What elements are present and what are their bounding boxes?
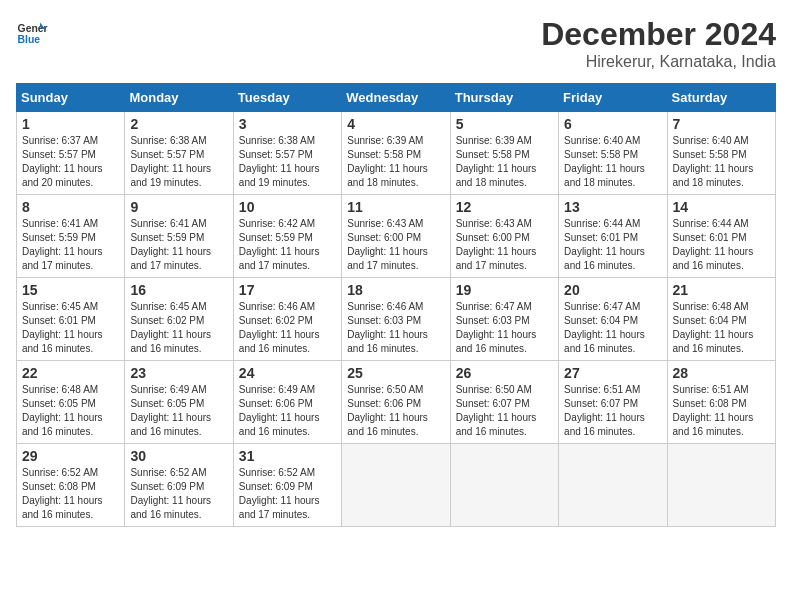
cell-info: Sunrise: 6:48 AMSunset: 6:05 PMDaylight:… — [22, 384, 103, 437]
col-saturday: Saturday — [667, 84, 775, 112]
day-number: 27 — [564, 365, 661, 381]
cell-info: Sunrise: 6:52 AMSunset: 6:09 PMDaylight:… — [239, 467, 320, 520]
calendar-cell: 8Sunrise: 6:41 AMSunset: 5:59 PMDaylight… — [17, 195, 125, 278]
cell-info: Sunrise: 6:49 AMSunset: 6:06 PMDaylight:… — [239, 384, 320, 437]
col-friday: Friday — [559, 84, 667, 112]
day-number: 4 — [347, 116, 444, 132]
cell-info: Sunrise: 6:38 AMSunset: 5:57 PMDaylight:… — [239, 135, 320, 188]
day-number: 19 — [456, 282, 553, 298]
day-number: 15 — [22, 282, 119, 298]
calendar-cell: 1Sunrise: 6:37 AMSunset: 5:57 PMDaylight… — [17, 112, 125, 195]
logo-icon: General Blue — [16, 16, 48, 48]
cell-info: Sunrise: 6:50 AMSunset: 6:06 PMDaylight:… — [347, 384, 428, 437]
cell-info: Sunrise: 6:45 AMSunset: 6:01 PMDaylight:… — [22, 301, 103, 354]
calendar-table: Sunday Monday Tuesday Wednesday Thursday… — [16, 83, 776, 527]
calendar-cell: 24Sunrise: 6:49 AMSunset: 6:06 PMDayligh… — [233, 361, 341, 444]
cell-info: Sunrise: 6:42 AMSunset: 5:59 PMDaylight:… — [239, 218, 320, 271]
calendar-row: 15Sunrise: 6:45 AMSunset: 6:01 PMDayligh… — [17, 278, 776, 361]
calendar-cell: 25Sunrise: 6:50 AMSunset: 6:06 PMDayligh… — [342, 361, 450, 444]
month-title: December 2024 — [541, 16, 776, 53]
day-number: 26 — [456, 365, 553, 381]
day-number: 9 — [130, 199, 227, 215]
calendar-cell: 3Sunrise: 6:38 AMSunset: 5:57 PMDaylight… — [233, 112, 341, 195]
col-monday: Monday — [125, 84, 233, 112]
day-number: 5 — [456, 116, 553, 132]
calendar-row: 22Sunrise: 6:48 AMSunset: 6:05 PMDayligh… — [17, 361, 776, 444]
cell-info: Sunrise: 6:43 AMSunset: 6:00 PMDaylight:… — [347, 218, 428, 271]
cell-info: Sunrise: 6:39 AMSunset: 5:58 PMDaylight:… — [347, 135, 428, 188]
cell-info: Sunrise: 6:50 AMSunset: 6:07 PMDaylight:… — [456, 384, 537, 437]
calendar-cell: 6Sunrise: 6:40 AMSunset: 5:58 PMDaylight… — [559, 112, 667, 195]
calendar-cell: 21Sunrise: 6:48 AMSunset: 6:04 PMDayligh… — [667, 278, 775, 361]
calendar-cell: 27Sunrise: 6:51 AMSunset: 6:07 PMDayligh… — [559, 361, 667, 444]
day-number: 18 — [347, 282, 444, 298]
title-area: December 2024 Hirekerur, Karnataka, Indi… — [541, 16, 776, 71]
col-tuesday: Tuesday — [233, 84, 341, 112]
calendar-cell — [450, 444, 558, 527]
day-number: 6 — [564, 116, 661, 132]
cell-info: Sunrise: 6:47 AMSunset: 6:04 PMDaylight:… — [564, 301, 645, 354]
day-number: 2 — [130, 116, 227, 132]
header-row: Sunday Monday Tuesday Wednesday Thursday… — [17, 84, 776, 112]
day-number: 21 — [673, 282, 770, 298]
location-title: Hirekerur, Karnataka, India — [541, 53, 776, 71]
calendar-cell: 26Sunrise: 6:50 AMSunset: 6:07 PMDayligh… — [450, 361, 558, 444]
day-number: 31 — [239, 448, 336, 464]
day-number: 30 — [130, 448, 227, 464]
day-number: 14 — [673, 199, 770, 215]
col-wednesday: Wednesday — [342, 84, 450, 112]
day-number: 3 — [239, 116, 336, 132]
day-number: 28 — [673, 365, 770, 381]
cell-info: Sunrise: 6:52 AMSunset: 6:08 PMDaylight:… — [22, 467, 103, 520]
cell-info: Sunrise: 6:51 AMSunset: 6:07 PMDaylight:… — [564, 384, 645, 437]
calendar-row: 29Sunrise: 6:52 AMSunset: 6:08 PMDayligh… — [17, 444, 776, 527]
calendar-cell: 31Sunrise: 6:52 AMSunset: 6:09 PMDayligh… — [233, 444, 341, 527]
logo: General Blue — [16, 16, 48, 48]
calendar-cell: 16Sunrise: 6:45 AMSunset: 6:02 PMDayligh… — [125, 278, 233, 361]
day-number: 25 — [347, 365, 444, 381]
calendar-cell: 20Sunrise: 6:47 AMSunset: 6:04 PMDayligh… — [559, 278, 667, 361]
calendar-cell: 13Sunrise: 6:44 AMSunset: 6:01 PMDayligh… — [559, 195, 667, 278]
day-number: 29 — [22, 448, 119, 464]
calendar-cell: 4Sunrise: 6:39 AMSunset: 5:58 PMDaylight… — [342, 112, 450, 195]
calendar-cell: 9Sunrise: 6:41 AMSunset: 5:59 PMDaylight… — [125, 195, 233, 278]
day-number: 17 — [239, 282, 336, 298]
cell-info: Sunrise: 6:52 AMSunset: 6:09 PMDaylight:… — [130, 467, 211, 520]
calendar-cell: 19Sunrise: 6:47 AMSunset: 6:03 PMDayligh… — [450, 278, 558, 361]
cell-info: Sunrise: 6:45 AMSunset: 6:02 PMDaylight:… — [130, 301, 211, 354]
day-number: 23 — [130, 365, 227, 381]
cell-info: Sunrise: 6:40 AMSunset: 5:58 PMDaylight:… — [673, 135, 754, 188]
day-number: 10 — [239, 199, 336, 215]
calendar-cell: 15Sunrise: 6:45 AMSunset: 6:01 PMDayligh… — [17, 278, 125, 361]
calendar-cell: 17Sunrise: 6:46 AMSunset: 6:02 PMDayligh… — [233, 278, 341, 361]
calendar-cell: 22Sunrise: 6:48 AMSunset: 6:05 PMDayligh… — [17, 361, 125, 444]
svg-text:Blue: Blue — [18, 34, 41, 45]
cell-info: Sunrise: 6:44 AMSunset: 6:01 PMDaylight:… — [673, 218, 754, 271]
col-sunday: Sunday — [17, 84, 125, 112]
calendar-row: 8Sunrise: 6:41 AMSunset: 5:59 PMDaylight… — [17, 195, 776, 278]
calendar-cell: 5Sunrise: 6:39 AMSunset: 5:58 PMDaylight… — [450, 112, 558, 195]
cell-info: Sunrise: 6:46 AMSunset: 6:02 PMDaylight:… — [239, 301, 320, 354]
cell-info: Sunrise: 6:46 AMSunset: 6:03 PMDaylight:… — [347, 301, 428, 354]
calendar-cell: 30Sunrise: 6:52 AMSunset: 6:09 PMDayligh… — [125, 444, 233, 527]
cell-info: Sunrise: 6:37 AMSunset: 5:57 PMDaylight:… — [22, 135, 103, 188]
calendar-cell: 14Sunrise: 6:44 AMSunset: 6:01 PMDayligh… — [667, 195, 775, 278]
calendar-cell: 7Sunrise: 6:40 AMSunset: 5:58 PMDaylight… — [667, 112, 775, 195]
cell-info: Sunrise: 6:39 AMSunset: 5:58 PMDaylight:… — [456, 135, 537, 188]
calendar-cell: 28Sunrise: 6:51 AMSunset: 6:08 PMDayligh… — [667, 361, 775, 444]
cell-info: Sunrise: 6:38 AMSunset: 5:57 PMDaylight:… — [130, 135, 211, 188]
cell-info: Sunrise: 6:51 AMSunset: 6:08 PMDaylight:… — [673, 384, 754, 437]
cell-info: Sunrise: 6:41 AMSunset: 5:59 PMDaylight:… — [130, 218, 211, 271]
cell-info: Sunrise: 6:41 AMSunset: 5:59 PMDaylight:… — [22, 218, 103, 271]
calendar-cell — [559, 444, 667, 527]
calendar-cell: 2Sunrise: 6:38 AMSunset: 5:57 PMDaylight… — [125, 112, 233, 195]
day-number: 11 — [347, 199, 444, 215]
day-number: 13 — [564, 199, 661, 215]
day-number: 1 — [22, 116, 119, 132]
calendar-cell: 23Sunrise: 6:49 AMSunset: 6:05 PMDayligh… — [125, 361, 233, 444]
calendar-row: 1Sunrise: 6:37 AMSunset: 5:57 PMDaylight… — [17, 112, 776, 195]
day-number: 8 — [22, 199, 119, 215]
cell-info: Sunrise: 6:48 AMSunset: 6:04 PMDaylight:… — [673, 301, 754, 354]
cell-info: Sunrise: 6:44 AMSunset: 6:01 PMDaylight:… — [564, 218, 645, 271]
calendar-cell: 10Sunrise: 6:42 AMSunset: 5:59 PMDayligh… — [233, 195, 341, 278]
